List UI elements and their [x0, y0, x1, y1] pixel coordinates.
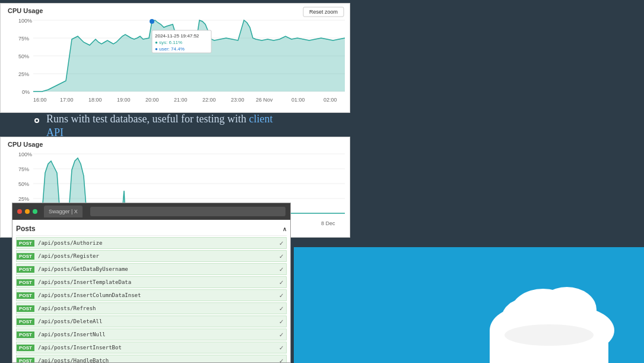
method-7: POST — [17, 332, 34, 338]
endpoint-6: /api/posts/DeleteAll — [38, 318, 279, 324]
browser-dot-max — [33, 209, 37, 214]
svg-text:01:00: 01:00 — [291, 97, 305, 103]
svg-text:16:00: 16:00 — [33, 97, 47, 103]
browser-screenshot: Swagger | X Posts ∧ POST /api/posts/Auth… — [12, 203, 291, 363]
swagger-row-1[interactable]: POST /api/posts/Register ✓ — [16, 250, 287, 262]
svg-text:25%: 25% — [18, 71, 29, 77]
svg-text:100%: 100% — [18, 151, 32, 157]
chevron-6: ✓ — [279, 318, 284, 325]
svg-text:23:00: 23:00 — [231, 97, 245, 103]
chevron-3: ✓ — [279, 279, 284, 286]
endpoint-7: /api/posts/InsertNull — [38, 332, 279, 337]
swagger-row-8[interactable]: POST /api/posts/InsertInsertBot ✓ — [16, 342, 287, 353]
browser-tab-label: Swagger | X — [49, 209, 78, 214]
chevron-4: ✓ — [279, 292, 284, 299]
browser-toolbar: Swagger | X — [12, 203, 290, 220]
posts-chevron: ∧ — [283, 226, 287, 232]
chevron-9: ✓ — [279, 358, 284, 363]
svg-text:50%: 50% — [18, 53, 29, 59]
svg-text:8 Dec: 8 Dec — [321, 220, 335, 226]
chevron-8: ✓ — [279, 345, 284, 351]
svg-text:19:00: 19:00 — [117, 97, 131, 103]
method-9: POST — [17, 358, 34, 363]
browser-tab: Swagger | X — [44, 206, 83, 217]
endpoint-1: /api/posts/Register — [38, 253, 279, 259]
highlight-text: client API — [46, 113, 272, 138]
chevron-5: ✓ — [279, 305, 284, 312]
browser-dot-min — [25, 209, 30, 214]
swagger-row-7[interactable]: POST /api/posts/InsertNull ✓ — [16, 329, 287, 340]
swagger-row-6[interactable]: POST /api/posts/DeleteAll ✓ — [16, 315, 287, 327]
bullet-dot-sub — [34, 118, 39, 123]
endpoint-3: /api/posts/InsertTemplateData — [38, 279, 279, 285]
method-6: POST — [17, 318, 34, 325]
browser-content: Posts ∧ POST /api/posts/Authorize ✓ POST… — [12, 220, 290, 362]
svg-text:02:00: 02:00 — [323, 97, 337, 103]
bullet-text-sub: Runs with test database, useful for test… — [46, 112, 285, 140]
endpoint-2: /api/posts/GetDataByUsername — [38, 266, 279, 272]
method-5: POST — [17, 305, 34, 312]
svg-text:● user: 74.4%: ● user: 74.4% — [155, 46, 185, 52]
chevron-0: ✓ — [279, 240, 284, 247]
svg-text:25%: 25% — [18, 196, 29, 202]
swagger-row-9[interactable]: POST /api/posts/HandleBatch ✓ — [16, 355, 287, 362]
chevron-1: ✓ — [279, 253, 284, 260]
posts-section-title: Posts — [16, 225, 36, 233]
svg-text:50%: 50% — [18, 181, 29, 187]
method-1: POST — [17, 253, 34, 260]
swagger-row-0[interactable]: POST /api/posts/Authorize ✓ — [16, 237, 287, 249]
browser-dot-close — [17, 209, 22, 214]
swagger-row-4[interactable]: POST /api/posts/InsertColumnDataInset ✓ — [16, 289, 287, 301]
bullet-item-sub: Runs with test database, useful for test… — [18, 112, 285, 140]
method-8: POST — [17, 345, 34, 351]
method-3: POST — [17, 279, 34, 286]
svg-text:● sys: 6.11%: ● sys: 6.11% — [155, 40, 182, 45]
svg-text:2024-11-25 19:47:52: 2024-11-25 19:47:52 — [155, 33, 199, 39]
browser-address-bar — [90, 207, 285, 216]
svg-text:75%: 75% — [18, 36, 29, 42]
cloud-svg — [294, 247, 644, 363]
reset-zoom-label: Reset zoom — [309, 9, 338, 15]
endpoint-9: /api/posts/HandleBatch — [38, 358, 279, 362]
chart2-title: CPU Usage — [8, 141, 43, 148]
svg-text:0%: 0% — [22, 89, 30, 95]
chart1-title: CPU Usage — [8, 7, 43, 14]
svg-text:22:00: 22:00 — [202, 97, 216, 103]
svg-text:18:00: 18:00 — [88, 97, 102, 103]
svg-point-52 — [505, 324, 594, 346]
svg-text:26 Nov: 26 Nov — [256, 97, 273, 103]
swagger-posts-section: Posts ∧ POST /api/posts/Authorize ✓ POST… — [12, 220, 290, 362]
method-0: POST — [17, 240, 34, 247]
swagger-row-2[interactable]: POST /api/posts/GetDataByUsername ✓ — [16, 263, 287, 275]
endpoint-4: /api/posts/InsertColumnDataInset — [38, 292, 279, 298]
endpoint-5: /api/posts/Refresh — [38, 305, 279, 311]
cpu-chart-1-svg: CPU Usage Reset zoom 100% 75% 50% 25% 0%… — [1, 4, 351, 113]
slide: Cloud Local server for API Runs with tes… — [0, 0, 644, 363]
endpoint-0: /api/posts/Authorize — [38, 240, 279, 246]
svg-text:17:00: 17:00 — [60, 97, 74, 103]
chevron-7: ✓ — [279, 332, 284, 338]
swagger-row-3[interactable]: POST /api/posts/InsertTemplateData ✓ — [16, 276, 287, 288]
svg-point-11 — [150, 19, 154, 24]
method-2: POST — [17, 266, 34, 273]
svg-text:75%: 75% — [18, 166, 29, 172]
swagger-posts-header: Posts ∧ — [16, 222, 287, 236]
svg-text:20:00: 20:00 — [145, 97, 159, 103]
cloud-image-area — [294, 247, 644, 363]
endpoint-8: /api/posts/InsertInsertBot — [38, 345, 279, 351]
chevron-2: ✓ — [279, 266, 284, 273]
svg-text:100%: 100% — [18, 18, 32, 24]
swagger-row-5[interactable]: POST /api/posts/Refresh ✓ — [16, 302, 287, 314]
svg-text:21:00: 21:00 — [174, 97, 188, 103]
method-4: POST — [17, 292, 34, 299]
cpu-chart-1: CPU Usage Reset zoom 100% 75% 50% 25% 0%… — [0, 3, 350, 113]
